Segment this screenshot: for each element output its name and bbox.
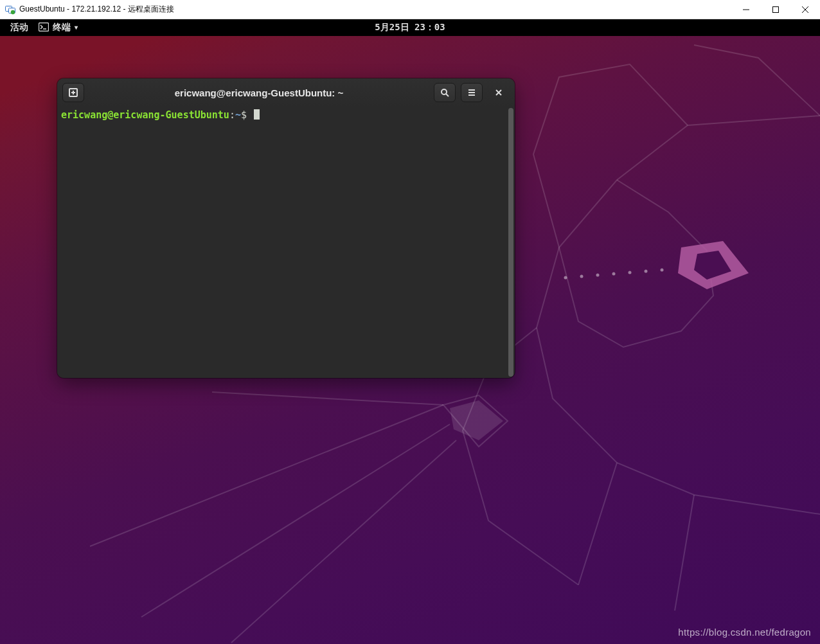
terminal-window-title: ericwang@ericwang-GuestUbuntu: ~ (89, 87, 429, 98)
svg-point-9 (596, 274, 600, 277)
svg-point-10 (612, 273, 616, 276)
watermark-text: https://blog.csdn.net/fedragon (678, 627, 811, 638)
svg-point-11 (628, 271, 632, 274)
prompt-user-host: ericwang@ericwang-GuestUbuntu (61, 109, 229, 121)
svg-point-2 (11, 10, 15, 13)
rdp-window-title: GuestUbuntu - 172.21.192.12 - 远程桌面连接 (19, 4, 174, 15)
terminal-titlebar[interactable]: ericwang@ericwang-GuestUbuntu: ~ (57, 78, 515, 107)
terminal-body[interactable]: ericwang@ericwang-GuestUbuntu:~$ (57, 107, 515, 378)
close-button[interactable] (790, 0, 820, 19)
ubuntu-desktop: 活动 终端 ▾ 5月25日 23：03 ericwang@ericwang-Gu… (0, 19, 820, 644)
minimize-button[interactable] (731, 0, 761, 19)
svg-point-8 (580, 275, 584, 278)
svg-marker-6 (450, 400, 503, 440)
terminal-icon (39, 22, 49, 33)
svg-marker-4 (678, 241, 749, 289)
svg-point-13 (661, 269, 664, 272)
svg-point-12 (645, 270, 648, 273)
app-menu-label: 终端 (53, 22, 71, 33)
shell-prompt: ericwang@ericwang-GuestUbuntu:~$ (61, 109, 253, 121)
terminal-window[interactable]: ericwang@ericwang-GuestUbuntu: ~ ericwan… (57, 78, 515, 378)
chevron-down-icon: ▾ (75, 24, 78, 31)
svg-point-7 (564, 276, 567, 280)
gnome-top-bar: 活动 终端 ▾ 5月25日 23：03 (0, 19, 820, 36)
text-cursor (254, 109, 260, 120)
terminal-search-button[interactable] (434, 83, 456, 102)
svg-rect-14 (39, 22, 49, 31)
svg-rect-3 (773, 6, 779, 12)
maximize-button[interactable] (761, 0, 790, 19)
svg-marker-5 (694, 251, 731, 280)
activities-button[interactable]: 活动 (5, 22, 33, 33)
prompt-cwd: ~ (235, 109, 241, 121)
rdp-titlebar: GuestUbuntu - 172.21.192.12 - 远程桌面连接 (0, 0, 820, 19)
prompt-symbol: $ (241, 109, 247, 121)
terminal-close-button[interactable] (488, 83, 510, 102)
app-menu-terminal[interactable]: 终端 ▾ (33, 22, 83, 33)
rdp-icon (5, 4, 15, 15)
new-tab-button[interactable] (62, 83, 84, 102)
terminal-scrollbar[interactable] (508, 108, 513, 377)
terminal-menu-button[interactable] (461, 83, 483, 102)
svg-point-16 (441, 89, 447, 94)
clock[interactable]: 5月25日 23：03 (375, 22, 445, 33)
